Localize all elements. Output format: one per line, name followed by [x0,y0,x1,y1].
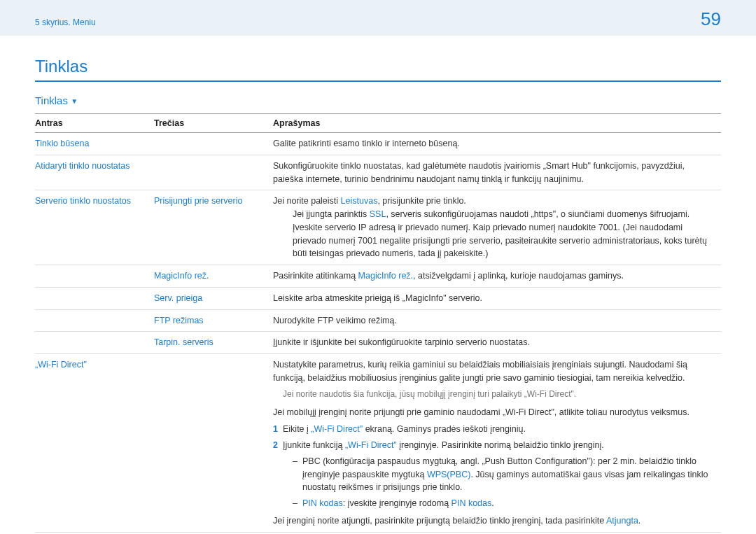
cell-trecias: Tarpin. serveris [154,332,273,354]
cell-antras [35,287,154,309]
cell-trecias: FTP režimas [154,309,273,332]
cell-trecias: Serv. prieiga [154,287,273,309]
table-row: Tarpin. serveris Įjunkite ir išjunkite b… [35,332,721,354]
page-number: 59 [701,8,721,30]
chapter-label: 5 skyrius. Meniu [35,17,96,27]
th-trecias: Trečias [154,114,273,133]
table-row: FTP režimas Nurodykite FTP veikimo režim… [35,309,721,332]
settings-table: Antras Trečias Aprašymas Tinklo būsena G… [35,113,721,533]
subsection-title: Tinklas ▼ [35,94,721,106]
th-aprasymas: Aprašymas [273,114,721,133]
page-header: 5 skyrius. Meniu 59 [0,0,756,36]
cell-antras: „Wi-Fi Direct" [35,354,154,533]
list-item: PBC (konfigūracija paspaudus mygtuką, an… [283,455,714,494]
cell-desc: Nurodykite FTP veikimo režimą. [273,309,721,332]
table-row: Tinklo būsena Galite patikrinti esamo ti… [35,133,721,155]
list-item: PIN kodas: įveskite įrenginyje rodomą PI… [283,497,714,510]
table-row: Atidaryti tinklo nuostatas Sukonfigūruok… [35,155,721,190]
cell-desc: Jei norite paleisti Leistuvas, prisijunk… [273,190,721,265]
table-row: Serverio tinklo nuostatos Prisijungti pr… [35,190,721,265]
cell-desc: Įjunkite ir išjunkite bei sukonfigūruoki… [273,332,721,354]
cell-trecias [154,155,273,190]
dash-list: PBC (konfigūracija paspaudus mygtuką, an… [283,455,714,510]
cell-antras: Tinklo būsena [35,133,154,155]
section-title: Tinklas [35,57,721,82]
cell-antras: Serverio tinklo nuostatos [35,190,154,265]
cell-desc: Nustatykite parametrus, kurių reikia gam… [273,354,721,533]
cell-desc: Galite patikrinti esamo tinklo ir intern… [273,133,721,155]
subsection-label: Tinklas [35,94,68,106]
step-list: 1Eikite į „Wi-Fi Direct" ekraną. Gaminys… [273,423,714,510]
cell-desc: Pasirinkite atitinkamą MagicInfo rež., a… [273,265,721,288]
table-row: Serv. prieiga Leiskite arba atmeskite pr… [35,287,721,309]
cell-trecias: MagicInfo rež. [154,265,273,288]
cell-trecias: Prisijungti prie serverio [154,190,273,265]
cell-trecias [154,133,273,155]
cell-antras [35,332,154,354]
cell-trecias [154,354,273,533]
chevron-down-icon: ▼ [71,97,78,105]
note: Jei norite naudotis šia funkcija, jūsų m… [273,388,714,400]
cell-desc: Leiskite arba atmeskite prieigą iš „Magi… [273,287,721,309]
th-antras: Antras [35,114,154,133]
list-item: 1Eikite į „Wi-Fi Direct" ekraną. Gaminys… [273,423,714,436]
cell-antras [35,309,154,332]
table-row: MagicInfo rež. Pasirinkite atitinkamą Ma… [35,265,721,288]
list-item: 2Įjunkite funkciją „Wi-Fi Direct" įrengi… [273,439,714,510]
cell-desc: Sukonfigūruokite tinklo nuostatas, kad g… [273,155,721,190]
table-row: „Wi-Fi Direct" Nustatykite parametrus, k… [35,354,721,533]
page-content: Tinklas Tinklas ▼ Antras Trečias Aprašym… [0,36,756,534]
cell-antras: Atidaryti tinklo nuostatas [35,155,154,190]
cell-antras [35,265,154,288]
